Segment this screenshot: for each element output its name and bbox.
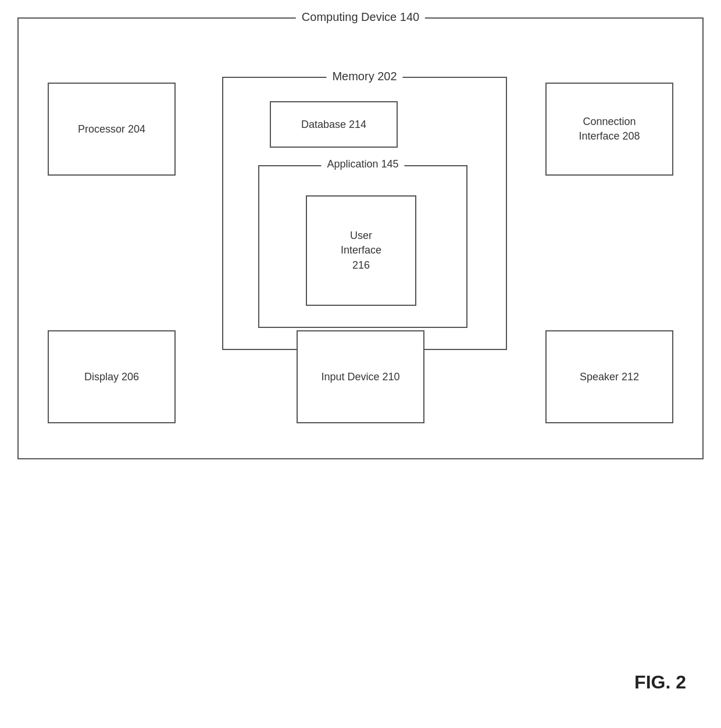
database-label: Database 214 bbox=[301, 119, 366, 131]
display-label: Display 206 bbox=[84, 371, 139, 383]
user-interface-box: UserInterface216 bbox=[306, 195, 416, 306]
figure-label: FIG. 2 bbox=[634, 672, 686, 693]
input-device-box: Input Device 210 bbox=[297, 330, 424, 423]
input-device-label: Input Device 210 bbox=[321, 371, 399, 383]
display-box: Display 206 bbox=[48, 330, 176, 423]
processor-box: Processor 204 bbox=[48, 83, 176, 176]
computing-device-label: Computing Device 140 bbox=[296, 10, 425, 24]
application-label: Application 145 bbox=[321, 158, 404, 170]
user-interface-label: UserInterface216 bbox=[341, 229, 381, 273]
memory-label: Memory 202 bbox=[326, 70, 402, 83]
page-container: Computing Device 140 Processor 204 Memor… bbox=[0, 0, 721, 728]
application-box: Application 145 UserInterface216 bbox=[258, 165, 467, 328]
memory-box: Memory 202 Database 214 Application 145 … bbox=[222, 77, 507, 350]
computing-device-box: Computing Device 140 Processor 204 Memor… bbox=[17, 17, 704, 459]
speaker-label: Speaker 212 bbox=[580, 371, 639, 383]
processor-label: Processor 204 bbox=[78, 123, 145, 135]
database-box: Database 214 bbox=[270, 101, 398, 148]
connection-interface-label: ConnectionInterface 208 bbox=[579, 115, 640, 144]
speaker-box: Speaker 212 bbox=[545, 330, 673, 423]
connection-interface-box: ConnectionInterface 208 bbox=[545, 83, 673, 176]
